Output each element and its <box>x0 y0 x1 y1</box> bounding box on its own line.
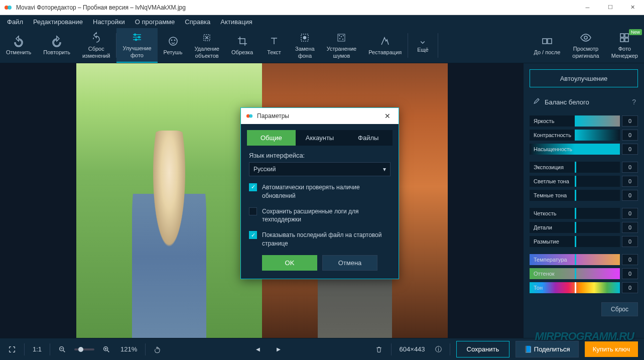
save-button[interactable]: Сохранить <box>456 341 510 357</box>
menu-about[interactable]: О программе <box>130 16 180 28</box>
redo-button[interactable]: Повторить <box>37 28 76 63</box>
photo-manager-button[interactable]: New Фото Менеджер <box>605 28 644 63</box>
language-label: Язык интерфейса: <box>249 152 391 159</box>
menu-file[interactable]: Файл <box>2 16 28 28</box>
share-button[interactable]: 📘 Поделиться <box>516 341 578 357</box>
actual-size-button[interactable]: 1:1 <box>31 343 44 355</box>
hue-slider[interactable]: Тон <box>530 282 620 293</box>
reset-icon <box>90 32 102 44</box>
buy-key-button[interactable]: Купить ключ <box>585 341 638 357</box>
svg-point-13 <box>341 37 342 38</box>
tab-accounts[interactable]: Аккаунты <box>296 130 344 146</box>
remove-objects-button[interactable]: Удаление объектов <box>188 28 225 63</box>
bg-swap-icon <box>299 32 311 44</box>
shadows-value[interactable]: 0 <box>622 190 638 201</box>
auto-enhance-button[interactable]: Автоулучшение <box>530 69 638 87</box>
detail-slider[interactable]: Детали <box>530 222 620 233</box>
temperature-value[interactable]: 0 <box>622 254 638 265</box>
check-extended-logs[interactable] <box>249 207 257 215</box>
fullscreen-button[interactable] <box>6 343 18 355</box>
noise-icon <box>335 32 347 44</box>
zoom-slider[interactable] <box>74 348 94 350</box>
zoom-out-button[interactable] <box>56 343 68 355</box>
fullscreen-icon <box>8 345 16 353</box>
view-original-button[interactable]: Просмотр оригинала <box>566 28 605 63</box>
saturation-value[interactable]: 0 <box>622 144 638 155</box>
svg-point-5 <box>169 37 177 45</box>
erase-icon <box>201 32 213 44</box>
sharpness-value[interactable]: 0 <box>622 208 638 219</box>
next-image-button[interactable]: ► <box>273 343 284 355</box>
blur-slider[interactable]: Размытие <box>530 236 620 247</box>
prev-image-button[interactable]: ◄ <box>253 343 264 355</box>
check-show-last-file[interactable] <box>249 231 257 239</box>
hand-tool-button[interactable] <box>152 343 164 355</box>
more-button[interactable]: Ещё <box>408 28 438 63</box>
before-after-button[interactable]: До / после <box>528 28 566 63</box>
retouch-button[interactable]: Ретушь <box>158 28 189 63</box>
svg-point-27 <box>249 114 252 118</box>
image-before <box>76 63 262 338</box>
undo-button[interactable]: Отменить <box>0 28 37 63</box>
tint-value[interactable]: 0 <box>622 268 638 279</box>
exposure-slider[interactable]: Экспозиция <box>530 162 620 173</box>
tint-slider[interactable]: Оттенок <box>530 268 620 279</box>
crop-icon <box>236 35 248 47</box>
close-button[interactable]: ✕ <box>621 0 644 15</box>
check-auto-updates-label: Автоматически проверять наличие обновлен… <box>262 183 391 200</box>
tab-general[interactable]: Общие <box>247 130 296 146</box>
contrast-slider[interactable]: Контрастность <box>530 130 620 141</box>
panel-reset-button[interactable]: Сброс <box>601 302 638 316</box>
shadows-slider[interactable]: Темные тона <box>530 190 620 201</box>
dialog-tabs: Общие Аккаунты Файлы <box>247 130 393 146</box>
menu-activation[interactable]: Активация <box>215 16 257 28</box>
brightness-value[interactable]: 0 <box>622 115 638 127</box>
detail-value[interactable]: 0 <box>622 222 638 233</box>
highlights-value[interactable]: 0 <box>622 176 638 187</box>
blur-value[interactable]: 0 <box>622 236 638 247</box>
minimize-button[interactable]: ─ <box>576 0 599 15</box>
sharpness-slider[interactable]: Четкость <box>530 208 620 219</box>
menu-edit[interactable]: Редактирование <box>28 16 88 28</box>
crop-button[interactable]: Обрезка <box>225 28 259 63</box>
highlights-slider[interactable]: Светлые тона <box>530 176 620 187</box>
enhance-button[interactable]: Улучшение фото <box>116 28 157 63</box>
dialog-close-button[interactable]: ✕ <box>381 111 394 121</box>
temperature-slider[interactable]: Температура <box>530 254 620 265</box>
chevron-down-icon: ▾ <box>383 166 386 173</box>
menu-settings[interactable]: Настройки <box>88 16 130 28</box>
background-swap-button[interactable]: Замена фона <box>289 28 321 63</box>
text-icon <box>268 35 280 47</box>
tab-files[interactable]: Файлы <box>344 130 393 146</box>
dialog-ok-button[interactable]: OK <box>262 255 317 271</box>
zoom-in-button[interactable] <box>100 343 112 355</box>
maximize-button[interactable]: ☐ <box>599 0 621 15</box>
text-button[interactable]: Текст <box>259 28 289 63</box>
white-balance-row[interactable]: Баланс белого ? <box>530 93 638 110</box>
delete-button[interactable] <box>373 343 385 355</box>
saturation-slider[interactable]: Насыщенность <box>530 144 620 155</box>
brightness-slider[interactable]: Яркость <box>530 115 620 127</box>
svg-rect-22 <box>620 38 624 42</box>
zoom-out-icon <box>58 345 66 353</box>
dialog-cancel-button[interactable]: Отмена <box>322 255 377 271</box>
menu-help[interactable]: Справка <box>180 16 215 28</box>
restoration-button[interactable]: Реставрация <box>362 28 408 63</box>
app-icon <box>246 112 253 119</box>
help-icon[interactable]: ? <box>632 98 636 106</box>
eye-icon <box>580 32 592 44</box>
contrast-value[interactable]: 0 <box>622 130 638 141</box>
compare-icon <box>541 35 553 47</box>
hue-value[interactable]: 0 <box>622 282 638 293</box>
svg-rect-23 <box>625 38 628 42</box>
dialog-titlebar[interactable]: Параметры ✕ <box>241 108 399 124</box>
reset-changes-button[interactable]: Сброс изменений <box>76 28 116 63</box>
restore-icon <box>379 35 391 47</box>
denoise-button[interactable]: Устранение шумов <box>321 28 363 63</box>
info-button[interactable]: ⓘ <box>433 343 444 356</box>
svg-rect-17 <box>543 39 547 44</box>
language-select[interactable]: Русский ▾ <box>249 162 391 176</box>
check-auto-updates[interactable] <box>249 183 257 191</box>
exposure-value[interactable]: 0 <box>622 162 638 173</box>
window-titlebar: Movavi Фоторедактор – Пробная версия – I… <box>0 0 644 15</box>
